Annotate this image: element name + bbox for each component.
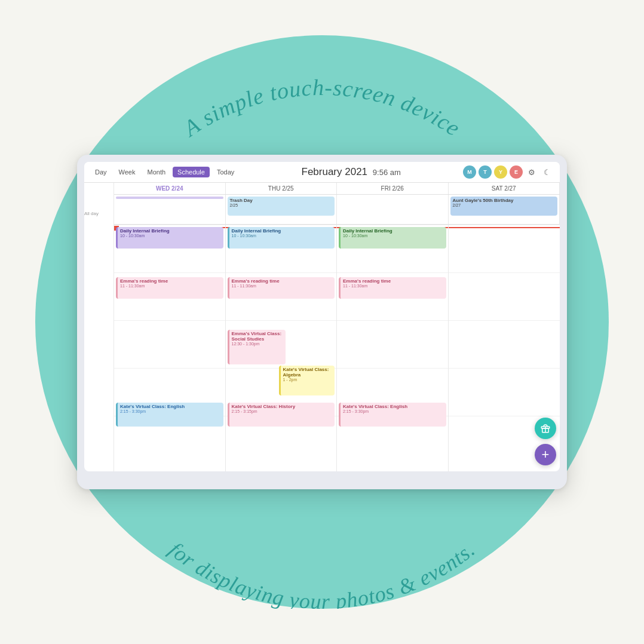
add-event-fab[interactable]: +	[535, 444, 556, 465]
event-grid: Daily Internal Briefing 10 - 10:30am Emm…	[114, 225, 560, 471]
day-headers-row: WED 2/24 THU 2/25 FRI 2/26 SAT 2/27	[114, 183, 560, 195]
view-day-button[interactable]: Day	[90, 167, 112, 177]
days-container: WED 2/24 THU 2/25 FRI 2/26 SAT 2/27 Tras…	[114, 183, 560, 471]
calendar-time: 9:56 am	[373, 168, 401, 177]
curved-bottom-text: for displaying your photos & events.	[164, 538, 479, 609]
day-header-fri: FRI 2/26	[337, 183, 449, 194]
time-body: Daily Internal Briefing 10 - 10:30am Emm…	[114, 225, 560, 471]
calendar-header: Day Week Month Schedule Today February 2…	[84, 162, 560, 183]
day-col-fri: Daily Internal Briefing 10 - 10:30am Emm…	[337, 225, 449, 471]
avatar-y[interactable]: Y	[494, 165, 507, 179]
event-wed-briefing[interactable]: Daily Internal Briefing 10 - 10:30am	[116, 227, 223, 249]
event-thu-emma-reading[interactable]: Emma's reading time 11 - 11:30am	[228, 277, 335, 299]
event-thu-kate-history[interactable]: Kate's Virtual Class: History 2:15 - 3:1…	[228, 403, 335, 427]
event-wed-kate-english[interactable]: Kate's Virtual Class: English 2:15 - 3:3…	[116, 403, 223, 427]
time-column-header: All day	[84, 183, 114, 471]
day-col-wed: Daily Internal Briefing 10 - 10:30am Emm…	[114, 225, 226, 471]
day-header-thu: THU 2/25	[226, 183, 338, 194]
view-schedule-button[interactable]: Schedule	[173, 167, 210, 177]
view-today-button[interactable]: Today	[212, 167, 239, 177]
fab-container: +	[535, 418, 556, 465]
day-header-wed: WED 2/24	[114, 183, 226, 194]
calendar-title: February 2021 9:56 am	[241, 166, 461, 178]
event-fri-emma-reading[interactable]: Emma's reading time 11 - 11:30am	[339, 277, 446, 299]
background-circle: A simple touch-screen device for display…	[35, 35, 609, 609]
allday-label: All day	[84, 198, 114, 228]
allday-thu: Trash Day 2/25	[226, 195, 338, 224]
allday-fri	[337, 195, 449, 224]
allday-sat: Aunt Gayle's 50th Birthday 2/27	[449, 195, 560, 224]
calendar-month-year: February 2021	[302, 166, 368, 177]
gift-fab[interactable]	[535, 418, 556, 439]
event-wed-emma-reading[interactable]: Emma's reading time 11 - 11:30am	[116, 277, 223, 299]
avatar-group: M T Y E ⚙ ☾	[463, 165, 554, 179]
day-header-sat: SAT 2/27	[449, 183, 560, 194]
calendar-grid: All day WED 2/24 THU 2/25 FRI 2/26 SAT 2…	[84, 183, 560, 471]
view-month-button[interactable]: Month	[142, 167, 170, 177]
event-fri-kate-english[interactable]: Kate's Virtual Class: English 2:15 - 3:3…	[339, 403, 446, 427]
avatar-m[interactable]: M	[463, 165, 476, 179]
device-frame: Day Week Month Schedule Today February 2…	[77, 155, 567, 489]
view-week-button[interactable]: Week	[114, 167, 140, 177]
event-thu-briefing[interactable]: Daily Internal Briefing 10 - 10:30am	[228, 227, 335, 249]
svg-text:A simple touch-screen device: A simple touch-screen device	[177, 75, 465, 142]
day-col-thu: Daily Internal Briefing 10 - 10:30am Emm…	[226, 225, 338, 471]
device-screen: Day Week Month Schedule Today February 2…	[84, 162, 560, 471]
birthday-event[interactable]: Aunt Gayle's 50th Birthday 2/27	[450, 197, 558, 216]
svg-text:for displaying your photos & e: for displaying your photos & events.	[164, 538, 479, 609]
event-thu-kate-algebra[interactable]: Kate's Virtual Class: Algebra 1 - 2pm	[279, 366, 335, 395]
avatar-e[interactable]: E	[510, 165, 523, 179]
allday-wed	[114, 195, 226, 224]
event-thu-emma-social[interactable]: Emma's Virtual Class: Social Studies 12:…	[228, 330, 286, 364]
curved-top-text: A simple touch-screen device	[177, 75, 465, 142]
allday-row: Trash Day 2/25 Aunt Gayle's 50th Birthda…	[114, 195, 560, 225]
night-mode-icon[interactable]: ☾	[541, 165, 554, 179]
avatar-t[interactable]: T	[479, 165, 492, 179]
settings-icon[interactable]: ⚙	[525, 165, 538, 179]
trash-day-event[interactable]: Trash Day 2/25	[228, 197, 335, 216]
event-fri-briefing[interactable]: Daily Internal Briefing 10 - 10:30am	[339, 227, 446, 249]
